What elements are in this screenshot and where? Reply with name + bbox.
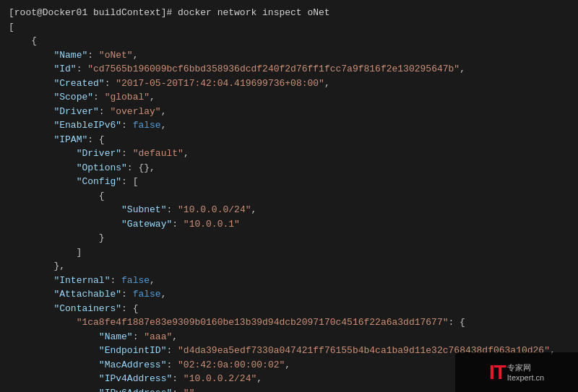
output-line-14: "Subnet": "10.0.0.0/24", xyxy=(9,203,569,217)
output-line-10: "Driver": "default", xyxy=(9,147,569,161)
val-gateway: "10.0.0.1" xyxy=(184,219,240,230)
val-created: "2017-05-20T17:42:04.419699736+08:00" xyxy=(116,78,324,89)
key-enableipv6: "EnableIPv6" xyxy=(53,120,121,131)
output-line-22: "1ca8fe4f1887e83e9309b0160be13b39d94dcb2… xyxy=(9,315,569,330)
key-c1-endpointid: "EndpointID" xyxy=(99,345,167,356)
watermark-line1: 专家网 xyxy=(507,362,531,373)
output-line-17: ] xyxy=(9,245,569,260)
output-line-5: "Created": "2017-05-20T17:42:04.41969973… xyxy=(9,77,569,91)
output-line-23: "Name": "aaa", xyxy=(9,330,569,344)
val-c1-name: "aaa" xyxy=(144,331,172,342)
watermark-brand: 专家网 Itexpert.cn xyxy=(507,362,544,382)
val-name: "oNet" xyxy=(99,50,133,61)
output-line-15: "Gateway": "10.0.0.1" xyxy=(9,217,569,232)
key-created: "Created" xyxy=(53,78,104,89)
key-scope: "Scope" xyxy=(53,92,93,103)
output-line-12: "Config": [ xyxy=(9,175,569,189)
output-line-7: "Driver": "overlay", xyxy=(9,105,569,119)
watermark-line2: Itexpert.cn xyxy=(507,373,544,382)
output-line-11: "Options": {}, xyxy=(9,161,569,175)
key-ipam-config: "Config" xyxy=(77,176,121,187)
output-line-6: "Scope": "global", xyxy=(9,90,569,105)
output-line-8: "EnableIPv6": false, xyxy=(9,118,569,133)
container-id-1: "1ca8fe4f1887e83e9309b0160be13b39d94dcb2… xyxy=(77,317,449,328)
val-subnet: "10.0.0.0/24" xyxy=(178,204,251,215)
key-c1-mac: "MacAddress" xyxy=(99,360,167,370)
key-name: "Name" xyxy=(53,50,87,61)
output-line-9: "IPAM": { xyxy=(9,133,569,147)
output-line-21: "Containers": { xyxy=(9,302,569,316)
key-c1-ipv6: "IPv6Address" xyxy=(99,388,172,393)
key-subnet: "Subnet" xyxy=(121,204,166,215)
terminal-window: [root@Docker01 buildContext]# docker net… xyxy=(0,0,578,392)
command-prompt: [root@Docker01 buildContext]# docker net… xyxy=(9,6,569,20)
output-line-18: }, xyxy=(9,259,569,274)
key-ipam-options: "Options" xyxy=(77,162,127,173)
val-ipam-driver: "default" xyxy=(133,148,184,159)
output-line-19: "Internal": false, xyxy=(9,274,569,288)
val-internal: false xyxy=(121,275,150,286)
watermark-it-text: IT xyxy=(489,361,506,384)
val-id: "cd7565b196009bcf6bbd358936dcdf240f2d76f… xyxy=(87,64,460,74)
key-ipam-driver: "Driver" xyxy=(77,148,121,159)
val-enableipv6: false xyxy=(133,120,161,131)
output-line-4: "Id": "cd7565b196009bcf6bbd358936dcdf240… xyxy=(9,62,569,77)
val-c1-mac: "02:42:0a:00:00:02" xyxy=(178,360,285,370)
key-c1-name: "Name" xyxy=(99,331,133,342)
val-c1-ipv6: "" xyxy=(184,388,195,393)
watermark: IT 专家网 Itexpert.cn xyxy=(455,352,578,392)
val-driver: "overlay" xyxy=(110,106,160,117)
output-line-3: "Name": "oNet", xyxy=(9,48,569,63)
key-internal: "Internal" xyxy=(53,275,110,286)
output-line-13: { xyxy=(9,189,569,204)
output-line-20: "Attachable": false, xyxy=(9,287,569,302)
key-c1-ipv4: "IPv4Address" xyxy=(99,373,172,384)
key-driver: "Driver" xyxy=(53,106,98,117)
key-ipam: "IPAM" xyxy=(53,134,87,145)
output-line-2: { xyxy=(9,34,569,48)
key-id: "Id" xyxy=(53,64,76,74)
output-line-16: } xyxy=(9,231,569,245)
key-containers: "Containers" xyxy=(53,303,121,314)
key-attachable: "Attachable" xyxy=(53,289,121,300)
key-gateway: "Gateway" xyxy=(121,219,172,230)
val-c1-ipv4: "10.0.0.2/24" xyxy=(184,373,256,384)
output-line-1: [ xyxy=(9,20,569,35)
val-attachable: false xyxy=(133,289,161,300)
val-scope: "global" xyxy=(105,92,150,103)
